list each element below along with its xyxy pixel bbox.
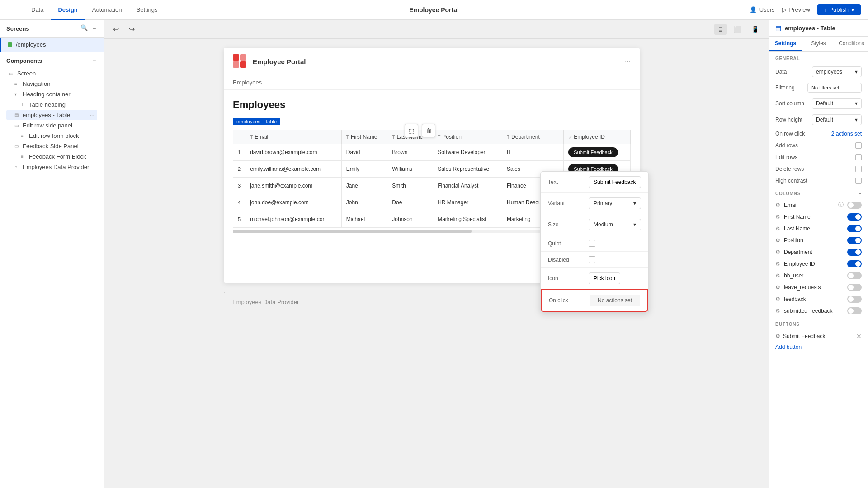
col-toggle[interactable]	[847, 237, 862, 244]
col-toggle[interactable]	[847, 272, 862, 279]
tree-item-screen[interactable]: ▭ Screen	[6, 68, 97, 79]
data-provider-label: Employees Data Provider	[232, 299, 299, 305]
top-nav-right: 👤 Users ▷ Preview ↑ Publish ▾	[750, 4, 861, 15]
col-name: Department	[784, 249, 844, 255]
col-gear-icon[interactable]: ⚙	[775, 237, 780, 244]
popup-quiet-checkbox[interactable]	[589, 240, 595, 247]
popup-disabled-checkbox[interactable]	[589, 256, 595, 263]
redo-button[interactable]: ↪	[126, 23, 137, 35]
columns-collapse-icon[interactable]: −	[859, 191, 862, 196]
tree-item-feedback-panel[interactable]: ▭ Feedback Side Panel	[6, 141, 97, 151]
app-header-dots[interactable]: ⋯	[625, 58, 631, 65]
table-copy-button[interactable]: ⬚	[405, 124, 418, 137]
right-tab-styles[interactable]: Styles	[802, 37, 835, 51]
col-toggle[interactable]	[847, 225, 862, 232]
tablet-view-button[interactable]: ⬜	[731, 24, 745, 35]
field-edit-rows-checkbox[interactable]	[855, 154, 862, 160]
col-gear-icon[interactable]: ⚙	[775, 225, 780, 232]
right-tab-settings[interactable]: Settings	[769, 37, 802, 51]
mobile-view-button[interactable]: 📱	[748, 24, 762, 35]
preview-button[interactable]: ▷ Preview	[782, 6, 810, 13]
tab-settings[interactable]: Settings	[129, 0, 165, 20]
add-screen-icon[interactable]: ＋	[91, 24, 97, 33]
svg-rect-1	[240, 54, 246, 61]
field-high-contrast-checkbox[interactable]	[855, 178, 862, 184]
field-add-rows-checkbox[interactable]	[855, 142, 862, 149]
left-sidebar: Screens 🔍 ＋ /employees Components ＋ ▭ Sc…	[0, 20, 104, 488]
publish-button[interactable]: ↑ Publish ▾	[817, 4, 861, 15]
tree-item-edit-row-form[interactable]: ≡ Edit row form block	[6, 131, 97, 141]
col-gear-icon[interactable]: ⚙	[775, 296, 780, 302]
field-filtering-select[interactable]: No filters set	[807, 83, 862, 93]
back-button[interactable]: ←	[7, 6, 13, 13]
field-onclick-value[interactable]: 2 actions set	[831, 131, 862, 137]
tree-item-edit-row-panel[interactable]: ▭ Edit row side panel	[6, 120, 97, 131]
heading-container-icon: ▾	[14, 92, 20, 97]
undo-button[interactable]: ↩	[110, 23, 122, 35]
popup-variant-select[interactable]: Primary ▾	[589, 197, 641, 209]
field-row-height-select[interactable]: Default ▾	[812, 114, 862, 125]
desktop-view-button[interactable]: 🖥	[714, 24, 727, 35]
tree-dots[interactable]: ···	[90, 112, 94, 118]
canvas-scroll-area: Employee Portal ⋯ Employees Employees em…	[104, 39, 769, 488]
popup-onclick-value[interactable]: No actions set	[590, 295, 640, 306]
th-num	[233, 130, 245, 144]
tree-item-table-heading[interactable]: T Table heading	[6, 99, 97, 110]
col-toggle[interactable]	[847, 296, 862, 303]
field-row-delete-rows: Delete rows	[769, 163, 868, 175]
col-toggle[interactable]	[847, 284, 862, 291]
tree-item-data-provider[interactable]: ○ Employees Data Provider	[6, 162, 97, 172]
tree-label-table-heading: Table heading	[29, 101, 94, 108]
col-gear-icon[interactable]: ⚙	[775, 272, 780, 279]
columns-section-label: COLUMNS −	[769, 187, 868, 199]
right-tab-conditions[interactable]: Conditions	[835, 37, 868, 51]
col-gear-icon[interactable]: ⚙	[775, 249, 780, 255]
field-row-add-rows: Add rows	[769, 140, 868, 151]
popup-onclick-row: On click No actions set	[541, 289, 648, 312]
col-toggle[interactable]	[847, 260, 862, 267]
popup-size-select[interactable]: Medium ▾	[589, 219, 641, 230]
button-remove-icon[interactable]: ✕	[856, 333, 862, 340]
tab-design[interactable]: Design	[51, 0, 85, 20]
field-data-select[interactable]: employees ▾	[812, 66, 862, 77]
tree-item-feedback-form[interactable]: ≡ Feedback Form Block	[6, 151, 97, 162]
field-sort-select[interactable]: Default ▾	[812, 98, 862, 109]
tree-item-employees-table[interactable]: ▤ employees - Table ···	[6, 110, 97, 120]
screen-item-label: /employees	[16, 41, 46, 48]
col-toggle[interactable]	[847, 213, 862, 221]
table-delete-button[interactable]: 🗑	[422, 124, 435, 137]
add-component-icon[interactable]: ＋	[91, 56, 97, 65]
screen-item-employees[interactable]: /employees	[0, 38, 104, 52]
popup-text-input[interactable]	[589, 176, 641, 188]
buttons-section-header: BUTTONS	[775, 322, 862, 327]
tab-data[interactable]: Data	[24, 0, 51, 20]
table-row[interactable]: 1 david.brown@example.com David Brown So…	[233, 144, 631, 161]
col-toggle[interactable]	[847, 249, 862, 256]
tree-item-navigation[interactable]: ≡ Navigation	[6, 79, 97, 89]
right-sidebar-title: employees - Table	[785, 25, 835, 32]
table-heading-icon: T	[21, 102, 26, 107]
col-gear-icon[interactable]: ⚙	[775, 202, 780, 208]
col-name: Position	[784, 237, 844, 244]
col-toggle[interactable]	[847, 307, 862, 314]
tree-item-heading-container[interactable]: ▾ Heading container	[6, 89, 97, 99]
tree-label-employees-table: employees - Table	[23, 112, 87, 118]
field-delete-rows-checkbox[interactable]	[855, 166, 862, 172]
buttons-title: BUTTONS	[775, 322, 800, 327]
popup-icon-picker[interactable]: Pick icon	[589, 272, 620, 284]
submit-feedback-button[interactable]: Submit Feedback	[568, 147, 618, 157]
col-toggle[interactable]	[847, 202, 862, 209]
col-gear-icon[interactable]: ⚙	[775, 214, 780, 220]
users-button[interactable]: 👤 Users	[750, 6, 775, 13]
col-info-icon[interactable]: ⓘ	[838, 201, 844, 209]
col-gear-icon[interactable]: ⚙	[775, 308, 780, 314]
col-gear-icon[interactable]: ⚙	[775, 261, 780, 267]
button-gear-icon[interactable]: ⚙	[775, 333, 780, 339]
tab-automation[interactable]: Automation	[85, 0, 129, 20]
add-button-link[interactable]: Add button	[775, 342, 862, 352]
row-num: 5	[233, 211, 245, 228]
search-icon[interactable]: 🔍	[80, 24, 88, 33]
popup-text-label: Text	[548, 179, 589, 185]
screens-icons: 🔍 ＋	[80, 24, 97, 33]
col-gear-icon[interactable]: ⚙	[775, 284, 780, 291]
